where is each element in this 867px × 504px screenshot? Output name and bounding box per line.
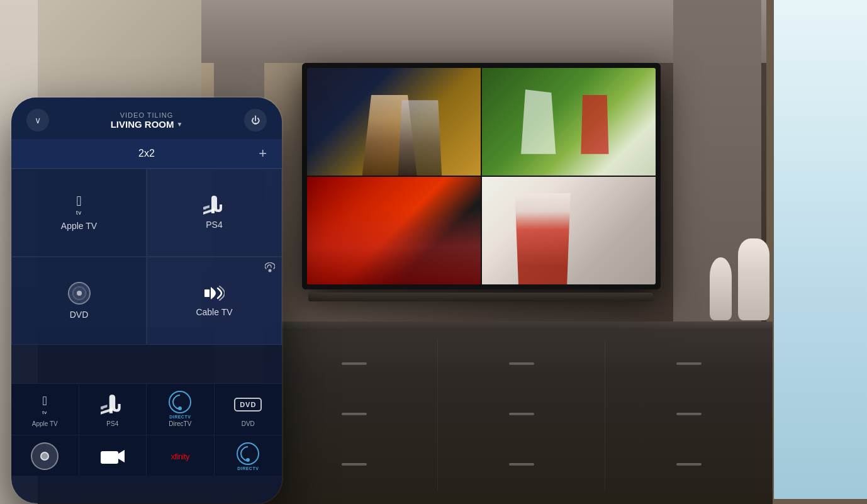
tv-team-players bbox=[307, 209, 481, 284]
drawer-handle bbox=[509, 413, 534, 415]
drawer-section bbox=[438, 340, 605, 391]
apple-tv-strip-label: Apple TV bbox=[32, 420, 58, 427]
drawer-row-2 bbox=[271, 391, 773, 441]
directv-2-text: DIRECTV bbox=[237, 466, 259, 471]
directv-2-logo: DIRECTV bbox=[237, 442, 259, 471]
grid-cell-apple-tv[interactable]:  tv Apple TV bbox=[11, 169, 147, 257]
drawer-handle bbox=[676, 362, 702, 365]
directv-text: DIRECTV bbox=[169, 415, 191, 419]
tv-stand bbox=[271, 322, 773, 504]
vase-right bbox=[738, 238, 769, 320]
drawer-handle bbox=[509, 362, 534, 365]
power-icon: ⏻ bbox=[251, 115, 260, 125]
drawer-handle bbox=[342, 463, 367, 466]
collapse-button[interactable]: ∨ bbox=[26, 109, 49, 132]
dvd-text-logo: DVD bbox=[234, 398, 262, 412]
right-window bbox=[766, 0, 867, 504]
directv-strip-label: DirecTV bbox=[169, 420, 191, 427]
room-selector-chevron: ▼ bbox=[176, 121, 182, 128]
dvd-icon bbox=[68, 282, 91, 305]
directv-2-dot bbox=[246, 458, 250, 462]
drawer-section bbox=[605, 391, 773, 441]
ps4-strip-logo bbox=[101, 395, 125, 415]
grid-2x2:  tv Apple TV PS4 bbox=[11, 169, 282, 345]
xfinity-icon-wrap: xfinity bbox=[165, 444, 195, 468]
directv-icon-wrap: DIRECTV bbox=[165, 393, 195, 417]
tv-quad-bottom-right bbox=[482, 177, 656, 284]
tv-player-2 bbox=[578, 95, 612, 154]
drawer-section bbox=[271, 340, 438, 391]
apple-tv-label: Apple TV bbox=[61, 221, 97, 231]
phone-body: + 2x2 +  tv Apple TV bbox=[11, 139, 282, 476]
layout-label: 2x2 bbox=[138, 148, 155, 159]
xfinity-logo-wrap: xfinity bbox=[165, 444, 195, 468]
cable-tv-label: Cable TV bbox=[196, 307, 232, 317]
tv-quad-top-left bbox=[307, 68, 481, 176]
apple-icon-strip:  bbox=[43, 394, 47, 408]
ps4-logo bbox=[203, 196, 226, 215]
drawer-handle bbox=[342, 413, 367, 415]
tv-scene-figure-2 bbox=[394, 100, 446, 176]
vase-left bbox=[710, 257, 732, 320]
add-layout-button[interactable]: + bbox=[259, 145, 267, 162]
chevron-down-icon: ∨ bbox=[35, 115, 41, 125]
tv-player-1 bbox=[517, 89, 560, 154]
device-item-directv[interactable]: DIRECTV DirecTV bbox=[147, 384, 215, 435]
disc-icon-wrap bbox=[30, 444, 60, 468]
header-title: LIVING ROOM ▼ bbox=[111, 119, 183, 130]
camera-icon-wrap bbox=[98, 444, 128, 468]
directv-dot bbox=[178, 406, 182, 410]
grid-cell-dvd[interactable]: DVD bbox=[11, 257, 147, 345]
device-item-directv-2[interactable]: DIRECTV bbox=[215, 435, 282, 476]
directv2-icon-wrap: DIRECTV bbox=[233, 444, 263, 468]
directv-circle bbox=[169, 391, 191, 413]
camera-icon bbox=[101, 447, 125, 465]
tv-stand-top bbox=[271, 322, 773, 329]
layout-bar: + 2x2 + bbox=[11, 139, 282, 169]
device-strip-2: xfinity DIRECTV bbox=[11, 435, 282, 476]
dvd-label: DVD bbox=[70, 310, 89, 320]
device-item-xfinity[interactable]: xfinity bbox=[147, 435, 215, 476]
svg-rect-2 bbox=[101, 451, 118, 464]
drawer-section bbox=[438, 391, 605, 441]
tv-quad-bottom-left bbox=[307, 177, 481, 284]
xfinity-logo: xfinity bbox=[171, 452, 189, 461]
drawer-section bbox=[271, 441, 438, 491]
drawer-handle bbox=[342, 362, 367, 365]
svg-rect-0 bbox=[204, 289, 210, 297]
video-tiling-grid:  tv Apple TV PS4 bbox=[11, 169, 282, 383]
active-indicator bbox=[265, 262, 275, 274]
tv-delivery-person bbox=[508, 193, 577, 284]
dvd-strip-label: DVD bbox=[242, 420, 255, 427]
tv-soundbar bbox=[308, 293, 653, 301]
header-subtitle: VIDEO TILING bbox=[111, 111, 183, 119]
phone-ui: ∨ VIDEO TILING LIVING ROOM ▼ ⏻ + 2x2 + bbox=[11, 98, 282, 503]
ps4-strip-label: PS4 bbox=[106, 420, 118, 427]
drawer-row-1 bbox=[271, 340, 773, 391]
device-item-camera[interactable] bbox=[79, 435, 147, 476]
directv-strip-logo: DIRECTV bbox=[169, 391, 191, 419]
grid-cell-cable-tv[interactable]: Cable TV bbox=[147, 257, 282, 345]
power-button[interactable]: ⏻ bbox=[244, 109, 267, 132]
device-item-dvd[interactable]: DVD DVD bbox=[215, 384, 282, 435]
window-frame bbox=[766, 0, 867, 504]
device-item-ps4[interactable]: PS4 bbox=[79, 384, 147, 435]
ps4-label: PS4 bbox=[206, 220, 222, 230]
device-item-disc[interactable] bbox=[11, 435, 79, 476]
disc-icon bbox=[31, 442, 59, 470]
device-item-apple-tv[interactable]:  tv Apple TV bbox=[11, 384, 79, 435]
cable-tv-speaker-icon bbox=[204, 284, 225, 302]
drawer-handle bbox=[509, 463, 534, 466]
bottom-device-strips:  tv Apple TV PS4 bbox=[11, 383, 282, 476]
dvd-icon-wrap: DVD bbox=[233, 393, 263, 417]
drawer-section bbox=[438, 441, 605, 491]
svg-marker-3 bbox=[118, 450, 125, 462]
drawer-section bbox=[271, 391, 438, 441]
apple-tv-logo:  tv bbox=[76, 194, 82, 216]
drawer-handle bbox=[676, 463, 702, 466]
grid-cell-ps4[interactable]: PS4 bbox=[147, 169, 282, 257]
ps4-icon-wrap bbox=[98, 393, 128, 417]
apple-tv-strip-logo:  tv bbox=[42, 394, 47, 415]
tv-quad-top-right bbox=[482, 68, 656, 176]
drawer-section bbox=[605, 441, 773, 491]
